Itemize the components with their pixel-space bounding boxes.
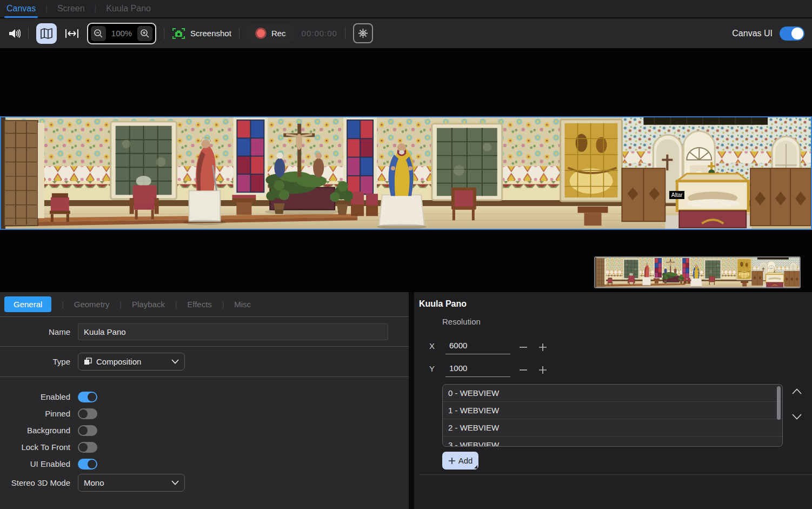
- tab-playback[interactable]: Playback: [132, 300, 165, 309]
- enabled-toggle-label: Enabled: [0, 392, 78, 401]
- map-icon: [40, 28, 53, 39]
- resolution-label: Resolution: [442, 317, 481, 326]
- pinned-toggle[interactable]: [78, 408, 97, 419]
- panel-section-divider: [419, 474, 812, 475]
- screenshot-camera-icon: [172, 27, 185, 40]
- chevron-down-icon: [791, 413, 802, 420]
- resolution-y-row: Y: [429, 363, 548, 377]
- layer-list-scrollbar[interactable]: [777, 386, 781, 420]
- breadcrumb-separator: |: [95, 4, 97, 13]
- properties-panel: General | Geometry | Playback | Effects …: [0, 292, 409, 509]
- plus-icon: [538, 342, 548, 352]
- properties-tabs: General | Geometry | Playback | Effects …: [0, 292, 409, 317]
- lock-to-front-toggle[interactable]: [78, 442, 97, 453]
- layer-panel-title: Kuula Pano: [419, 299, 467, 309]
- gear-icon: [357, 28, 369, 39]
- fit-width-icon[interactable]: [64, 28, 79, 39]
- background-toggle-label: Background: [0, 426, 78, 435]
- zoom-in-button[interactable]: [137, 26, 152, 41]
- altar-hotspot-tag[interactable]: Altar: [669, 191, 685, 199]
- record-label: Rec: [271, 29, 286, 38]
- pano-preview-thumbnail[interactable]: [594, 256, 801, 288]
- background-toggle[interactable]: [78, 425, 97, 436]
- layer-item-2[interactable]: 2 - WEBVIEW: [443, 419, 782, 437]
- resolution-y-input[interactable]: [445, 363, 510, 377]
- layer-item-1[interactable]: 1 - WEBVIEW: [443, 402, 782, 419]
- add-layer-button[interactable]: Add: [442, 452, 478, 470]
- type-field-label: Type: [0, 357, 78, 366]
- settings-button[interactable]: [353, 23, 373, 43]
- screenshot-button[interactable]: Screenshot: [172, 27, 231, 40]
- y-increment-button[interactable]: [537, 363, 548, 377]
- canvas-stage: Altar: [0, 48, 812, 292]
- y-axis-label: Y: [429, 364, 438, 377]
- x-increment-button[interactable]: [537, 340, 548, 354]
- name-input[interactable]: [78, 323, 388, 340]
- volume-icon[interactable]: [8, 28, 21, 39]
- move-layer-up-button[interactable]: [791, 387, 802, 397]
- pinned-toggle-label: Pinned: [0, 409, 78, 418]
- top-nav-bar: Canvas | Screen | Kuula Pano: [0, 0, 812, 18]
- y-decrement-button[interactable]: [518, 363, 529, 377]
- stereo-mode-dropdown[interactable]: Mono: [78, 474, 185, 492]
- record-dot-icon: [255, 28, 267, 39]
- lock-to-front-toggle-label: Lock To Front: [0, 442, 78, 452]
- type-dropdown[interactable]: Composition: [78, 353, 185, 371]
- nav-tab-screen[interactable]: Screen: [56, 4, 86, 14]
- stereo-mode-value: Mono: [84, 478, 167, 487]
- toolbar-divider: [28, 28, 29, 39]
- layer-list: 0 - WEBVIEW 1 - WEBVIEW 2 - WEBVIEW 3 - …: [442, 384, 783, 447]
- minus-icon: [518, 342, 528, 352]
- layer-item-3[interactable]: 3 - WEBVIEW: [443, 437, 782, 447]
- plus-icon: [448, 457, 456, 465]
- tab-separator: |: [175, 300, 177, 308]
- zoom-in-icon: [140, 29, 150, 38]
- chevron-down-icon: [171, 359, 179, 364]
- nav-tab-kuula-pano[interactable]: Kuula Pano: [105, 4, 152, 14]
- toolbar: 100% Screenshot Rec 00:00:00: [0, 18, 812, 48]
- record-timer: 00:00:00: [302, 29, 337, 38]
- zoom-level-value: 100%: [106, 29, 137, 38]
- canvas-ui-toggle[interactable]: [780, 27, 804, 41]
- chevron-down-icon: [171, 480, 179, 485]
- tab-effects[interactable]: Effects: [187, 300, 212, 309]
- panel-divider: [409, 292, 414, 509]
- move-layer-down-button[interactable]: [791, 413, 802, 422]
- ui-enabled-toggle-label: UI Enabled: [0, 459, 78, 468]
- enabled-toggle[interactable]: [78, 392, 97, 402]
- zoom-out-button[interactable]: [91, 26, 106, 41]
- x-decrement-button[interactable]: [518, 340, 529, 354]
- map-view-button[interactable]: [36, 23, 57, 44]
- pano-layer-selected[interactable]: Altar: [0, 116, 812, 230]
- toolbar-divider: [345, 28, 345, 39]
- zoom-control-group: 100%: [87, 23, 156, 44]
- type-value: Composition: [96, 357, 167, 366]
- stereo-mode-label: Stereo 3D Mode: [0, 478, 78, 487]
- nav-tab-canvas[interactable]: Canvas: [5, 4, 37, 14]
- breadcrumb-separator: |: [45, 4, 48, 13]
- layer-item-0[interactable]: 0 - WEBVIEW: [443, 385, 782, 402]
- tab-separator: |: [222, 300, 224, 308]
- zoom-out-icon: [94, 29, 103, 38]
- toolbar-divider: [164, 28, 164, 39]
- plus-icon: [538, 365, 548, 375]
- layer-panel: Kuula Pano Resolution X Y 0 - WEBVIEW: [414, 292, 812, 509]
- minus-icon: [518, 365, 528, 375]
- record-button[interactable]: Rec: [247, 24, 294, 43]
- name-field-label: Name: [0, 327, 78, 336]
- tab-separator: |: [62, 300, 63, 308]
- toolbar-divider: [239, 28, 239, 39]
- composition-icon: [84, 358, 92, 366]
- resolution-x-row: X: [429, 340, 548, 354]
- screenshot-label: Screenshot: [190, 29, 231, 38]
- tab-separator: |: [120, 300, 122, 308]
- x-axis-label: X: [429, 341, 438, 354]
- tab-geometry[interactable]: Geometry: [74, 300, 110, 309]
- resolution-x-input[interactable]: [445, 341, 510, 354]
- toggle-knob: [791, 28, 803, 39]
- ui-enabled-toggle[interactable]: [78, 459, 97, 470]
- chevron-up-icon: [791, 388, 802, 395]
- canvas-ui-label: Canvas UI: [732, 29, 773, 38]
- tab-general[interactable]: General: [4, 296, 51, 312]
- tab-misc[interactable]: Misc: [234, 300, 251, 309]
